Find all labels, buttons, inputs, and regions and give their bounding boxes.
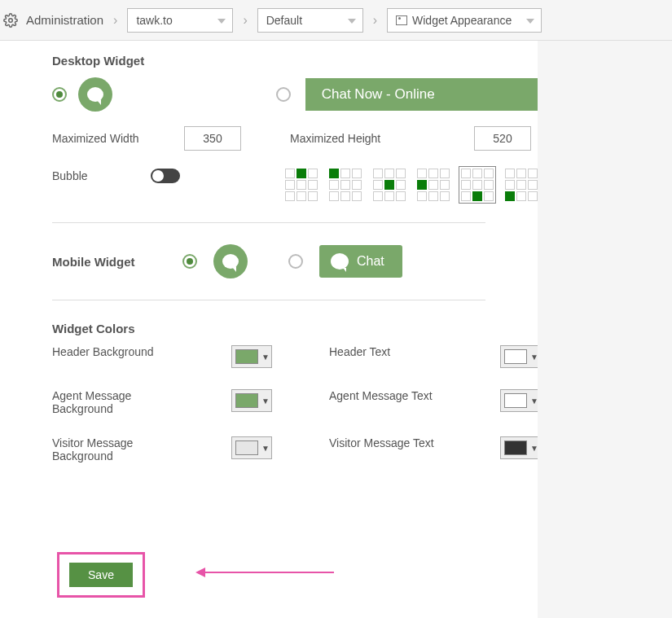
position-option-mr[interactable] bbox=[417, 169, 450, 201]
max-width-input[interactable] bbox=[184, 126, 241, 151]
bubble-toggle[interactable] bbox=[151, 169, 180, 183]
visitor-bg-picker[interactable]: ▼ bbox=[231, 436, 272, 459]
position-option-tl[interactable] bbox=[285, 169, 318, 201]
header-bg-picker[interactable]: ▼ bbox=[231, 345, 272, 368]
header-bg-label: Header Background bbox=[52, 345, 182, 368]
mobile-bubble-radio[interactable] bbox=[182, 254, 197, 269]
chat-now-preview: Chat Now - Online bbox=[305, 78, 538, 111]
agent-text-label: Agent Message Text bbox=[329, 389, 451, 415]
mobile-bubble-icon bbox=[213, 244, 248, 278]
visitor-text-picker[interactable]: ▼ bbox=[500, 436, 541, 459]
desktop-bubble-radio[interactable] bbox=[52, 87, 67, 102]
chevron-right-icon: › bbox=[371, 13, 379, 28]
agent-text-picker[interactable]: ▼ bbox=[500, 389, 541, 412]
desktop-widget-title: Desktop Widget bbox=[52, 54, 538, 68]
chevron-right-icon: › bbox=[241, 13, 248, 28]
breadcrumb-root[interactable]: Administration bbox=[26, 13, 103, 27]
site-dropdown-label: tawk.to bbox=[136, 14, 172, 27]
image-icon bbox=[396, 15, 407, 25]
agent-bg-label: Agent Message Background bbox=[52, 389, 182, 415]
save-highlight: Save bbox=[57, 552, 145, 598]
main-panel: Desktop Widget Chat Now - Online Maximiz… bbox=[0, 41, 538, 618]
page-dropdown-label: Widget Appearance bbox=[412, 14, 512, 27]
desktop-bar-radio[interactable] bbox=[276, 87, 291, 102]
header-text-label: Header Text bbox=[329, 345, 451, 368]
colors-grid: Header Background ▼ Header Text ▼ Agent … bbox=[52, 345, 538, 462]
chevron-down-icon: ▼ bbox=[261, 397, 270, 405]
max-height-input[interactable] bbox=[474, 126, 531, 151]
widget-colors-title: Widget Colors bbox=[52, 322, 538, 335]
chevron-down-icon: ▼ bbox=[261, 353, 270, 362]
agent-bg-picker[interactable]: ▼ bbox=[231, 389, 272, 412]
divider bbox=[52, 222, 485, 223]
page-dropdown[interactable]: Widget Appearance bbox=[387, 8, 542, 33]
visitor-text-label: Visitor Message Text bbox=[329, 436, 451, 462]
position-option-bl[interactable] bbox=[505, 169, 538, 201]
divider bbox=[52, 300, 485, 300]
widget-dropdown[interactable]: Default bbox=[257, 8, 363, 33]
position-option-br[interactable] bbox=[461, 169, 494, 201]
save-button[interactable]: Save bbox=[69, 563, 133, 587]
mobile-chat-preview: Chat bbox=[319, 245, 402, 278]
side-gutter bbox=[538, 41, 672, 618]
mobile-bar-radio[interactable] bbox=[288, 254, 303, 269]
svg-point-0 bbox=[9, 18, 13, 22]
visitor-bg-label: Visitor Message Background bbox=[52, 436, 182, 462]
max-height-label: Maximized Height bbox=[290, 132, 380, 145]
breadcrumb-bar: Administration › tawk.to › Default › Wid… bbox=[0, 0, 672, 41]
widget-dropdown-label: Default bbox=[266, 14, 302, 27]
position-option-tr[interactable] bbox=[329, 169, 362, 201]
chevron-right-icon: › bbox=[112, 13, 119, 28]
site-dropdown[interactable]: tawk.to bbox=[127, 8, 233, 33]
bubble-label: Bubble bbox=[52, 169, 88, 182]
mobile-widget-title: Mobile Widget bbox=[52, 255, 166, 269]
position-grid-set bbox=[285, 169, 538, 201]
position-option-ml[interactable] bbox=[373, 169, 406, 201]
chevron-down-icon: ▼ bbox=[261, 444, 270, 453]
mobile-chat-label: Chat bbox=[357, 254, 384, 269]
header-text-picker[interactable]: ▼ bbox=[500, 345, 541, 368]
max-width-label: Maximized Width bbox=[52, 132, 139, 145]
annotation-arrow bbox=[204, 572, 334, 573]
gear-icon bbox=[3, 13, 18, 28]
bubble-preview-icon bbox=[78, 77, 112, 112]
chat-bubble-icon bbox=[331, 253, 349, 270]
